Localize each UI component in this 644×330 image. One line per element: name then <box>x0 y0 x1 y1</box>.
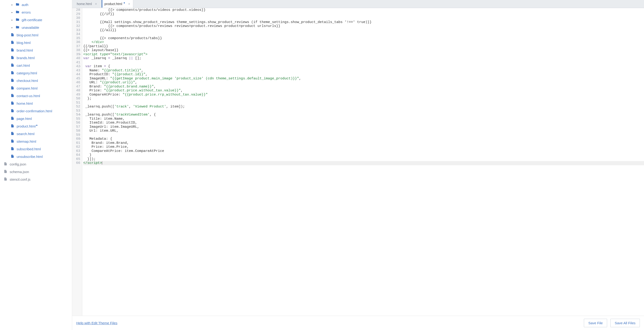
close-icon[interactable]: × <box>128 2 130 6</box>
code-editor[interactable]: 2829303132333435363738394041424344454647… <box>72 8 644 316</box>
code-line[interactable] <box>83 101 644 105</box>
save-all-files-button[interactable]: Save All Files <box>610 319 640 327</box>
save-file-button[interactable]: Save File <box>584 319 607 327</box>
close-icon[interactable]: × <box>95 2 97 6</box>
code-line[interactable]: ProductID: "{{product.id}}", <box>83 72 644 77</box>
file-blog-html[interactable]: blog.html <box>0 39 72 46</box>
code-line[interactable]: {{/partial}} <box>83 44 644 49</box>
file-icon <box>10 40 14 44</box>
file-sitemap-html[interactable]: sitemap.html <box>0 138 72 145</box>
code-line[interactable]: Metadata: { <box>83 137 644 141</box>
code-line[interactable]: {{> layout/base}} <box>83 48 644 52</box>
file-page-html[interactable]: page.html <box>0 115 72 122</box>
file-unsubscribe-html[interactable]: unsubscribe.html <box>0 153 72 161</box>
root-file-config-json[interactable]: config.json <box>0 161 72 168</box>
code-line[interactable]: _learnq.push(['track', 'Viewed Product',… <box>83 105 644 109</box>
code-line[interactable]: ImageURL: "{{getImage product.main_image… <box>83 77 644 81</box>
tab-home-html[interactable]: home.html× <box>74 0 102 8</box>
folder-label: errors <box>22 10 31 14</box>
code-line[interactable]: </div> <box>83 40 644 44</box>
file-label: subscribed.html <box>16 147 41 151</box>
code-line[interactable]: var item = { <box>83 64 644 69</box>
file-icon <box>10 116 14 120</box>
code-content[interactable]: {{> components/products/videos product.v… <box>82 8 644 316</box>
code-line[interactable]: Title: item.Name, <box>83 117 644 121</box>
code-line[interactable] <box>83 16 644 20</box>
file-product-html[interactable]: product.html• <box>0 122 72 130</box>
file-icon <box>10 139 14 143</box>
code-line[interactable]: Url: item.URL, <box>83 129 644 133</box>
code-line[interactable]: {{> components/products/videos product.v… <box>83 8 644 12</box>
code-line[interactable]: _learnq.push(['trackViewedItem', { <box>83 113 644 117</box>
footer-buttons: Save File Save All Files <box>584 319 640 327</box>
code-line[interactable]: Price: "{{product.price.without_tax.valu… <box>83 89 644 93</box>
file-tree: ▸auth▸errors▸gift-certificate▸unavailabl… <box>0 0 72 330</box>
code-line[interactable]: Name: "{{product.title}}", <box>83 69 644 73</box>
file-brands-html[interactable]: brands.html <box>0 54 72 62</box>
folder-label: gift-certificate <box>22 18 42 22</box>
code-line[interactable]: <script type="text/javascript"> <box>83 52 644 57</box>
code-line[interactable]: URL: "{{product.url}}", <box>83 81 644 85</box>
code-line[interactable]: } <box>83 153 644 157</box>
code-line[interactable]: var _learnq = _learnq || []; <box>83 56 644 60</box>
tab-product-html[interactable]: product.html•× <box>102 0 133 8</box>
file-label: config.json <box>10 162 26 166</box>
file-cart-html[interactable]: cart.html <box>0 62 72 69</box>
code-line[interactable]: ItemId: item.ProductID, <box>83 121 644 125</box>
code-line[interactable]: {{#all settings.show_product_reviews the… <box>83 20 644 24</box>
code-line[interactable]: Price: item.Price, <box>83 145 644 149</box>
editor-footer: Help with Edit Theme Files Save File Sav… <box>72 316 644 330</box>
code-line[interactable]: </script> <box>83 161 644 165</box>
line-number: 47 <box>74 85 80 89</box>
tab-bar: home.html×product.html•× <box>72 0 644 8</box>
file-icon <box>10 86 14 90</box>
file-blog-post-html[interactable]: blog-post.html <box>0 31 72 39</box>
file-search-html[interactable]: search.html <box>0 130 72 138</box>
file-home-html[interactable]: home.html <box>0 100 72 107</box>
code-line[interactable] <box>83 32 644 36</box>
code-line[interactable]: {{> components/products/tabs}} <box>83 36 644 40</box>
code-line[interactable]: }]); <box>83 157 644 161</box>
code-line[interactable]: CompareAtPrice: "{{product.price.rrp_wit… <box>83 93 644 97</box>
file-checkout-html[interactable]: checkout.html <box>0 77 72 84</box>
folder-icon <box>16 2 19 6</box>
file-label: schema.json <box>10 170 29 174</box>
code-line[interactable]: Brand: item.Brand, <box>83 141 644 145</box>
file-order-confirmation-html[interactable]: order-confirmation.html <box>0 107 72 115</box>
line-number: 33 <box>74 28 80 32</box>
code-line[interactable] <box>83 133 644 137</box>
code-line[interactable]: ImageUrl: item.ImageURL, <box>83 125 644 129</box>
code-line[interactable]: }; <box>83 97 644 101</box>
code-line[interactable]: {{> components/products/reviews reviews=… <box>83 24 644 28</box>
root-file-schema-json[interactable]: schema.json <box>0 168 72 175</box>
line-number: 40 <box>74 56 80 60</box>
file-label: contact-us.html <box>16 94 40 98</box>
file-brand-html[interactable]: brand.html <box>0 46 72 54</box>
line-number: 42 <box>74 64 80 69</box>
folder-unavailable[interactable]: ▸unavailable <box>0 24 72 31</box>
line-gutter: 2829303132333435363738394041424344454647… <box>72 8 82 316</box>
code-line[interactable]: CompareAtPrice: item.CompareAtPrice <box>83 149 644 153</box>
folder-auth[interactable]: ▸auth <box>0 1 72 8</box>
folder-gift-certificate[interactable]: ▸gift-certificate <box>0 16 72 24</box>
help-link[interactable]: Help with Edit Theme Files <box>76 321 117 325</box>
file-icon <box>10 71 14 75</box>
line-number: 44 <box>74 72 80 77</box>
file-category-html[interactable]: category.html <box>0 69 72 77</box>
file-compare-html[interactable]: compare.html <box>0 84 72 92</box>
folder-label: auth <box>22 3 28 7</box>
root-file-stencil-conf-js[interactable]: stencil.conf.js <box>0 175 72 183</box>
code-line[interactable]: {{/if}} <box>83 12 644 16</box>
file-icon <box>10 63 14 67</box>
file-subscribed-html[interactable]: subscribed.html <box>0 145 72 153</box>
line-number: 55 <box>74 117 80 121</box>
file-contact-us-html[interactable]: contact-us.html <box>0 92 72 100</box>
code-line[interactable] <box>83 60 644 65</box>
code-line[interactable] <box>83 109 644 113</box>
folder-errors[interactable]: ▸errors <box>0 8 72 16</box>
line-number: 52 <box>74 105 80 109</box>
code-line[interactable]: {{/all}} <box>83 28 644 32</box>
line-number: 34 <box>74 32 80 36</box>
code-line[interactable]: Brand: "{{product.brand.name}}", <box>83 85 644 89</box>
line-number: 31 <box>74 20 80 24</box>
